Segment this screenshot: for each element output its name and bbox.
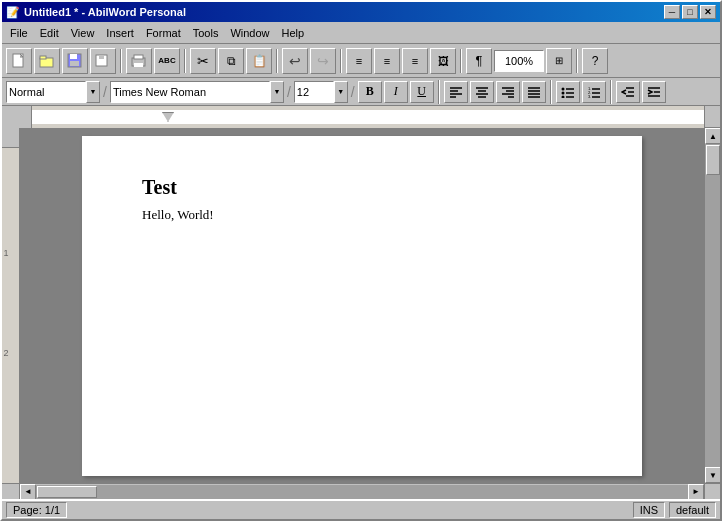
align-left-button[interactable]: [444, 81, 468, 103]
align-center-button[interactable]: [470, 81, 494, 103]
align-right-tb-button[interactable]: ≡: [402, 48, 428, 74]
svg-rect-10: [134, 63, 143, 67]
toolbar-sep-1: [120, 49, 122, 73]
insert-image-button[interactable]: 🖼: [430, 48, 456, 74]
bold-button[interactable]: B: [358, 81, 382, 103]
scroll-left-button[interactable]: ◄: [20, 484, 36, 500]
scroll-thumb-h[interactable]: [37, 486, 97, 498]
ruler-container: [2, 106, 720, 128]
scroll-thumb-v[interactable]: [706, 145, 720, 175]
redo-button[interactable]: ↪: [310, 48, 336, 74]
scroll-right-button[interactable]: ►: [688, 484, 704, 500]
scroll-up-button[interactable]: ▲: [705, 128, 720, 144]
menu-insert[interactable]: Insert: [100, 22, 140, 43]
vertical-scrollbar: ▲ ▼: [704, 128, 720, 483]
save-as-button[interactable]: [90, 48, 116, 74]
title-bar-buttons: ─ □ ✕: [664, 5, 716, 19]
title-bar-text: 📝 Untitled1 * - AbilWord Personal: [6, 6, 186, 19]
menu-edit[interactable]: Edit: [34, 22, 65, 43]
zoom-button[interactable]: ⊞: [546, 48, 572, 74]
toolbar-sep-6: [576, 49, 578, 73]
doc-scroll-area[interactable]: Test Hello, World!: [20, 128, 704, 483]
menu-view[interactable]: View: [65, 22, 101, 43]
svg-rect-9: [134, 55, 143, 59]
size-select-wrapper: 12 ▼: [294, 81, 348, 103]
style-arrow-button[interactable]: ▼: [86, 81, 100, 103]
page-info: Page: 1/1: [6, 502, 67, 518]
layout-mode: default: [669, 502, 716, 518]
restore-button[interactable]: □: [682, 5, 698, 19]
new-icon: [11, 53, 27, 69]
document-body: Hello, World!: [142, 207, 582, 223]
h-scroll-right-corner: [704, 484, 720, 500]
menu-tools[interactable]: Tools: [187, 22, 225, 43]
ruler-inner: [32, 110, 704, 124]
scroll-down-button[interactable]: ▼: [705, 467, 720, 483]
svg-rect-5: [70, 61, 79, 66]
scroll-track-h[interactable]: [36, 485, 688, 499]
menu-file[interactable]: File: [4, 22, 34, 43]
fmt-sep-1: [438, 80, 440, 104]
size-select[interactable]: 12: [294, 81, 334, 103]
italic-button[interactable]: I: [384, 81, 408, 103]
svg-point-27: [561, 87, 564, 90]
increase-indent-icon: [647, 86, 661, 98]
underline-button[interactable]: U: [410, 81, 434, 103]
horizontal-ruler: [32, 106, 704, 128]
fmt-sep-2: [550, 80, 552, 104]
align-left-tb-button[interactable]: ≡: [346, 48, 372, 74]
save-button[interactable]: [62, 48, 88, 74]
svg-text:3.: 3.: [588, 94, 591, 98]
left-ruler: 1 2: [2, 128, 20, 483]
minimize-button[interactable]: ─: [664, 5, 680, 19]
h-scroll-left-corner: [2, 484, 20, 500]
increase-indent-button[interactable]: [642, 81, 666, 103]
size-arrow-button[interactable]: ▼: [334, 81, 348, 103]
font-select[interactable]: Times New Roman: [110, 81, 270, 103]
style-select[interactable]: Normal: [6, 81, 86, 103]
print-icon: [131, 53, 147, 69]
content-area: 1 2 Test Hello, World! ▲ ▼: [2, 128, 720, 483]
paste-button[interactable]: 📋: [246, 48, 272, 74]
print-button[interactable]: [126, 48, 152, 74]
decrease-indent-button[interactable]: [616, 81, 640, 103]
menu-format[interactable]: Format: [140, 22, 187, 43]
document-title: Test: [142, 176, 582, 199]
ruler-num-2: 2: [4, 348, 9, 358]
toolbar-sep-4: [340, 49, 342, 73]
app-window: 📝 Untitled1 * - AbilWord Personal ─ □ ✕ …: [0, 0, 722, 521]
open-button[interactable]: [34, 48, 60, 74]
title-bar: 📝 Untitled1 * - AbilWord Personal ─ □ ✕: [2, 2, 720, 22]
toolbar-sep-2: [184, 49, 186, 73]
menu-help[interactable]: Help: [276, 22, 311, 43]
close-button[interactable]: ✕: [700, 5, 716, 19]
bullet-list-button[interactable]: [556, 81, 580, 103]
font-arrow-button[interactable]: ▼: [270, 81, 284, 103]
cut-button[interactable]: ✂: [190, 48, 216, 74]
separator-slash-1: /: [103, 84, 107, 100]
fmt-sep-3: [610, 80, 612, 104]
main-toolbar: ABC ✂ ⧉ 📋 ↩ ↪ ≡ ≡ ≡ 🖼 ¶ 100% ⊞ ?: [2, 44, 720, 78]
justify-button[interactable]: [522, 81, 546, 103]
toolbar-sep-3: [276, 49, 278, 73]
document-page: Test Hello, World!: [82, 136, 642, 476]
align-center-tb-button[interactable]: ≡: [374, 48, 400, 74]
numbered-list-button[interactable]: 1. 2. 3.: [582, 81, 606, 103]
menu-window[interactable]: Window: [224, 22, 275, 43]
ruler-marker[interactable]: [162, 112, 174, 122]
horizontal-scrollbar: ◄ ►: [20, 484, 704, 499]
format-toolbar: Normal ▼ / Times New Roman ▼ / 12 ▼ / B …: [2, 78, 720, 106]
align-left-icon: [449, 86, 463, 98]
new-button[interactable]: [6, 48, 32, 74]
undo-button[interactable]: ↩: [282, 48, 308, 74]
spellcheck-button[interactable]: ABC: [154, 48, 180, 74]
status-bar: Page: 1/1 INS default: [2, 499, 720, 519]
help-button[interactable]: ?: [582, 48, 608, 74]
menu-bar: File Edit View Insert Format Tools Windo…: [2, 22, 720, 44]
scroll-track-v[interactable]: [705, 144, 720, 467]
zoom-display: 100%: [494, 50, 544, 72]
show-para-button[interactable]: ¶: [466, 48, 492, 74]
align-right-button[interactable]: [496, 81, 520, 103]
svg-rect-4: [70, 54, 77, 59]
copy-button[interactable]: ⧉: [218, 48, 244, 74]
